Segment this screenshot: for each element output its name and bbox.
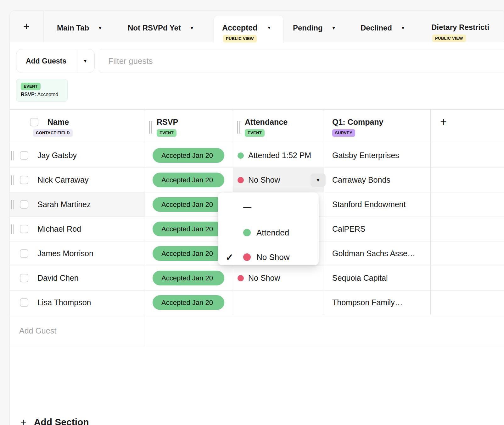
event-badge: EVENT [245, 129, 265, 137]
view-tab-bar: + Main Tab ▼ Not RSVPd Yet ▼ Pending ▼ D… [9, 10, 504, 42]
rsvp-status-pill[interactable]: Accepted Jan 20 [153, 271, 224, 285]
company-value: CalPERS [324, 217, 430, 241]
survey-badge: SURVEY [332, 129, 355, 137]
chevron-down-icon[interactable]: ▼ [332, 26, 336, 30]
add-guest-row[interactable]: Add Guest [10, 315, 504, 347]
rsvp-cell[interactable]: Accepted Jan 20 [145, 168, 233, 192]
menu-item-label: Attended [256, 228, 289, 238]
company-value: Stanford Endowment [324, 192, 430, 217]
rsvp-cell[interactable]: Accepted Jan 20 [145, 143, 233, 168]
company-cell[interactable]: Carraway Bonds [324, 168, 431, 192]
event-badge: EVENT [157, 129, 176, 137]
tab-declined[interactable]: Declined ▼ [361, 11, 405, 42]
row-drag-handle-icon[interactable] [11, 224, 14, 234]
company-cell[interactable]: Stanford Endowment [324, 192, 431, 217]
column-title: Attendance [245, 117, 288, 127]
guest-name[interactable]: Lisa Thompson [37, 298, 91, 307]
add-section-label: Add Section [34, 417, 89, 425]
filter-guests-input[interactable] [100, 49, 504, 73]
row-drag-handle-icon[interactable] [11, 200, 14, 209]
attendance-cell[interactable]: No Show [233, 266, 324, 290]
menu-item-clear[interactable]: — [218, 196, 319, 217]
name-cell[interactable]: David Chen [10, 266, 145, 290]
chevron-down-icon[interactable]: ▼ [98, 26, 102, 30]
attendance-value: Attended 1:52 PM [248, 151, 311, 160]
column-drag-handle-icon[interactable] [149, 121, 152, 134]
column-header-name[interactable]: Name CONTACT FIELD [10, 110, 145, 143]
attendance-cell[interactable]: Attended 1:52 PM [233, 143, 324, 168]
add-column-button[interactable]: + [431, 110, 504, 143]
empty-cell [431, 290, 504, 315]
checkmark-icon: ✓ [226, 252, 233, 263]
name-cell[interactable]: James Morrison [10, 241, 145, 266]
tab-label: Declined [361, 24, 392, 32]
row-checkbox[interactable] [20, 298, 28, 307]
tab-label: Not RSVPd Yet [128, 24, 181, 32]
rsvp-status-pill[interactable]: Accepted Jan 20 [153, 222, 224, 236]
attendance-cell[interactable] [233, 290, 324, 315]
select-all-checkbox[interactable] [30, 118, 38, 126]
tab-not-rsvpd-yet[interactable]: Not RSVPd Yet ▼ [128, 11, 194, 42]
chevron-down-icon: ▼ [83, 59, 87, 63]
company-cell[interactable]: Thompson Family… [324, 290, 431, 315]
row-checkbox[interactable] [20, 200, 28, 209]
row-checkbox[interactable] [20, 176, 28, 184]
event-badge: EVENT [21, 83, 41, 90]
add-guests-button[interactable]: Add Guests ▼ [16, 49, 95, 73]
menu-item-no-show[interactable]: ✓ No Show [218, 247, 319, 268]
name-cell[interactable]: Jay Gatsby [10, 143, 145, 168]
tab-dietary-restrictions[interactable]: Dietary Restricti PUBLIC VIEW [431, 15, 504, 43]
plus-icon: + [440, 115, 447, 128]
row-checkbox[interactable] [20, 274, 28, 282]
tab-label: Accepted [222, 23, 258, 32]
row-checkbox[interactable] [20, 249, 28, 258]
guest-name[interactable]: Sarah Martinez [37, 200, 91, 209]
add-guests-label[interactable]: Add Guests [16, 49, 76, 73]
name-cell[interactable]: Nick Carraway [10, 168, 145, 192]
guest-name[interactable]: Nick Carraway [37, 175, 89, 185]
guest-name[interactable]: David Chen [37, 273, 79, 283]
row-checkbox[interactable] [20, 151, 28, 160]
no-show-dot-icon [238, 275, 244, 281]
rsvp-status-pill[interactable]: Accepted Jan 20 [153, 246, 224, 261]
rsvp-cell[interactable]: Accepted Jan 20 [145, 290, 233, 315]
empty-cell [431, 168, 504, 192]
add-view-tab-button[interactable]: + [10, 11, 43, 42]
attendance-cell-selected[interactable]: No Show ▼ [233, 168, 324, 192]
row-drag-handle-icon[interactable] [11, 151, 14, 160]
rsvp-status-pill[interactable]: Accepted Jan 20 [153, 148, 224, 163]
add-guests-dropdown-toggle[interactable]: ▼ [76, 49, 94, 73]
row-drag-handle-icon[interactable] [11, 175, 14, 185]
name-cell[interactable]: Lisa Thompson [10, 290, 145, 315]
chevron-down-icon[interactable]: ▼ [190, 26, 194, 30]
active-filter-chip[interactable]: EVENT RSVP: Accepted [16, 79, 68, 102]
tab-main-tab[interactable]: Main Tab ▼ [57, 11, 102, 42]
guest-name[interactable]: Jay Gatsby [37, 151, 77, 160]
rsvp-status-pill[interactable]: Accepted Jan 20 [153, 197, 224, 212]
tab-accepted-active[interactable]: Accepted ▼ PUBLIC VIEW [214, 15, 283, 43]
company-cell[interactable]: Goldman Sachs Asse… [324, 241, 431, 266]
guest-name[interactable]: Michael Rod [37, 224, 81, 234]
name-cell[interactable]: Sarah Martinez [10, 192, 145, 217]
rsvp-status-pill[interactable]: Accepted Jan 20 [153, 295, 224, 310]
guest-name[interactable]: James Morrison [37, 249, 93, 258]
tab-pending[interactable]: Pending ▼ [293, 11, 336, 42]
column-header-q1-company[interactable]: Q1: Company SURVEY [324, 110, 431, 143]
company-cell[interactable]: CalPERS [324, 217, 431, 241]
company-cell[interactable]: Sequoia Capital [324, 266, 431, 290]
rsvp-cell[interactable]: Accepted Jan 20 [145, 266, 233, 290]
column-header-rsvp[interactable]: RSVP EVENT [145, 110, 233, 143]
table-row: Lisa Thompson Accepted Jan 20 Thompson F… [10, 290, 504, 315]
rsvp-status-pill[interactable]: Accepted Jan 20 [153, 173, 224, 187]
column-drag-handle-icon[interactable] [237, 121, 240, 134]
add-section-button[interactable]: + Add Section [10, 417, 89, 425]
name-cell[interactable]: Michael Rod [10, 217, 145, 241]
company-cell[interactable]: Gatsby Enterprises [324, 143, 431, 168]
menu-item-attended[interactable]: Attended [218, 222, 319, 243]
attendance-dropdown-button[interactable]: ▼ [311, 174, 326, 187]
column-header-attendance[interactable]: Attendance EVENT [233, 110, 324, 143]
add-guest-placeholder[interactable]: Add Guest [10, 315, 145, 347]
chevron-down-icon[interactable]: ▼ [401, 26, 405, 30]
row-checkbox[interactable] [20, 225, 28, 233]
chevron-down-icon[interactable]: ▼ [267, 25, 272, 30]
